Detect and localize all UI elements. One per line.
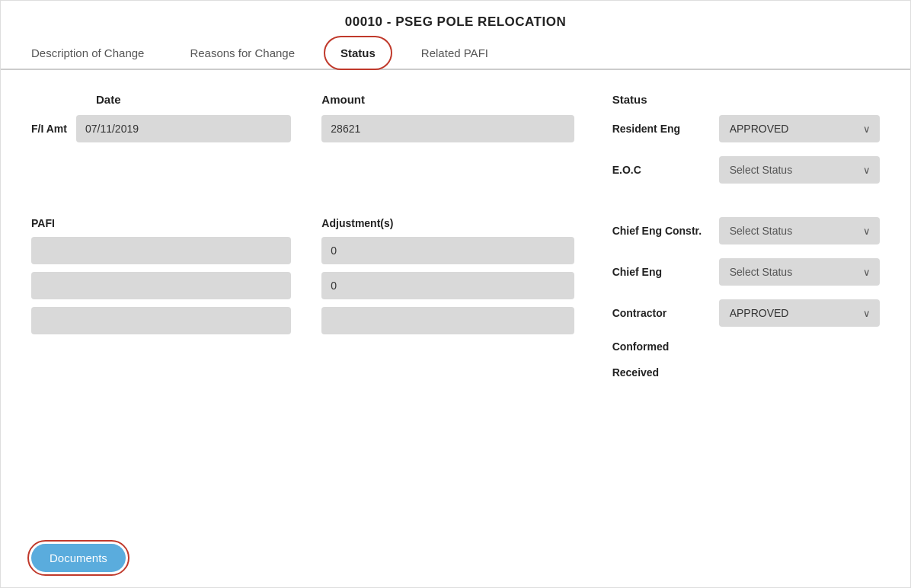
content-area: Date Amount Status F/I Amt Resident Eng — [1, 70, 910, 529]
fi-left: F/I Amt — [31, 115, 314, 150]
received-row: Received — [612, 366, 880, 379]
contractor-select[interactable]: APPROVED Select Status — [719, 299, 880, 327]
eoc-label: E.O.C — [612, 164, 719, 176]
tabs-bar: Description of Change Reasons for Change… — [1, 37, 910, 70]
pafi-input-2[interactable] — [31, 272, 291, 299]
pafi-input-1[interactable] — [31, 237, 291, 264]
adj-input-1[interactable] — [321, 237, 574, 264]
pafi-row: PAFI Adjustment(s) Chief Eng Constr. Sel… — [31, 217, 880, 392]
pafi-left: PAFI — [31, 217, 314, 342]
footer-bar: Documents — [1, 529, 910, 587]
fi-mid — [314, 115, 596, 150]
contractor-select-wrapper: APPROVED Select Status ∨ — [719, 299, 880, 327]
chief-eng-constr-select-wrapper: Select Status APPROVED ∨ — [719, 217, 880, 244]
chief-eng-select[interactable]: Select Status APPROVED — [719, 258, 880, 286]
tab-related-pafi[interactable]: Related PAFI — [414, 37, 496, 69]
fi-date-input[interactable] — [76, 115, 291, 142]
resident-eng-row: Resident Eng APPROVED Select Status ∨ — [612, 115, 880, 142]
contractor-label: Contractor — [612, 307, 719, 319]
pafi-right-status: Chief Eng Constr. Select Status APPROVED… — [597, 217, 880, 392]
fi-amt-row: F/I Amt Resident Eng APPROVED Select Sta… — [31, 115, 880, 197]
tab-reasons[interactable]: Reasons for Change — [182, 37, 302, 69]
fi-right-status: Resident Eng APPROVED Select Status ∨ E.… — [597, 115, 880, 197]
pafi-sub-label: PAFI — [31, 217, 291, 229]
fi-amount-input[interactable] — [321, 115, 574, 142]
chief-eng-constr-label: Chief Eng Constr. — [612, 225, 719, 237]
conformed-label: Conformed — [612, 340, 719, 353]
fi-amt-label: F/I Amt — [31, 123, 67, 135]
contractor-row: Contractor APPROVED Select Status ∨ — [612, 299, 880, 327]
chief-eng-constr-row: Chief Eng Constr. Select Status APPROVED… — [612, 217, 880, 244]
eoc-select-wrapper: Select Status APPROVED ∨ — [719, 156, 880, 184]
column-headers: Date Amount Status — [31, 93, 880, 106]
adj-sub-label: Adjustment(s) — [321, 217, 574, 229]
chief-eng-constr-select[interactable]: Select Status APPROVED — [719, 217, 880, 244]
tab-description[interactable]: Description of Change — [24, 37, 152, 69]
pafi-mid: Adjustment(s) — [314, 217, 596, 342]
status-column-header: Status — [597, 93, 880, 106]
adj-input-3[interactable] — [321, 307, 574, 334]
eoc-row: E.O.C Select Status APPROVED ∨ — [612, 156, 880, 184]
chief-eng-label: Chief Eng — [612, 266, 719, 278]
resident-eng-select-wrapper: APPROVED Select Status ∨ — [719, 115, 880, 142]
date-column-header: Date — [31, 93, 314, 106]
received-label: Received — [612, 366, 719, 379]
resident-eng-select[interactable]: APPROVED Select Status — [719, 115, 880, 142]
pafi-input-3[interactable] — [31, 307, 291, 334]
documents-button[interactable]: Documents — [31, 544, 126, 572]
conformed-row: Conformed — [612, 340, 880, 353]
chief-eng-row: Chief Eng Select Status APPROVED ∨ — [612, 258, 880, 286]
tab-status[interactable]: Status — [333, 37, 383, 69]
resident-eng-label: Resident Eng — [612, 123, 719, 135]
eoc-select[interactable]: Select Status APPROVED — [719, 156, 880, 184]
amount-column-header: Amount — [314, 93, 596, 106]
chief-eng-select-wrapper: Select Status APPROVED ∨ — [719, 258, 880, 286]
adj-input-2[interactable] — [321, 272, 574, 299]
page-title: 00010 - PSEG POLE RELOCATION — [1, 1, 910, 37]
